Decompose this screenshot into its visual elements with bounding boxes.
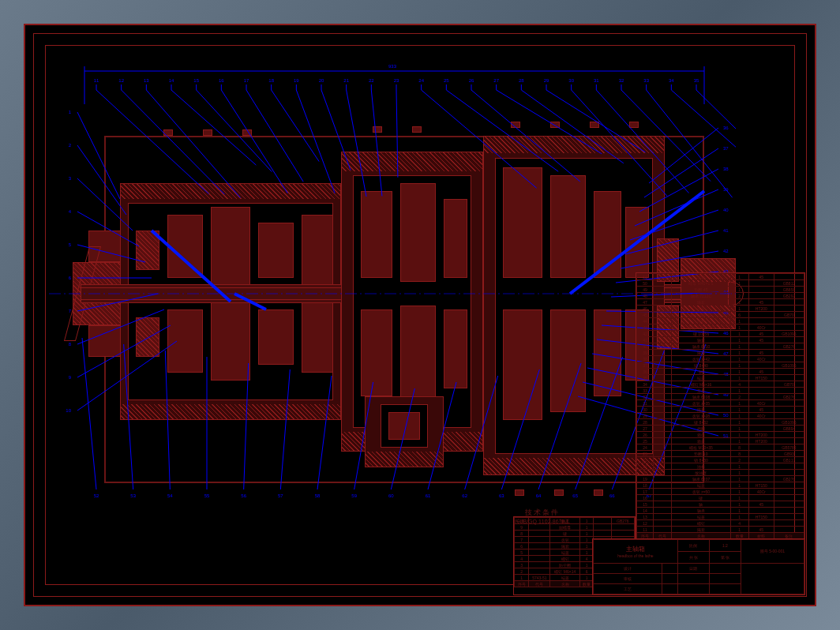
svg-text:52: 52 (94, 493, 99, 498)
svg-text:29: 29 (544, 78, 549, 83)
svg-line-20 (197, 90, 272, 172)
svg-line-137 (124, 344, 133, 489)
svg-text:64: 64 (536, 493, 542, 498)
svg-text:24: 24 (418, 78, 424, 83)
svg-line-97 (77, 309, 164, 344)
svg-text:32: 32 (619, 78, 624, 83)
svg-text:55: 55 (204, 493, 210, 498)
svg-text:9: 9 (69, 375, 72, 380)
svg-line-47 (422, 90, 537, 188)
svg-line-80 (696, 90, 736, 168)
svg-line-4 (152, 231, 231, 302)
svg-line-149 (354, 382, 373, 489)
cad-drawing-frame: 933 111213141516171819202122232425262728… (24, 24, 816, 606)
svg-line-32 (296, 90, 335, 193)
svg-text:38: 38 (723, 167, 729, 171)
svg-text:28: 28 (519, 78, 524, 83)
svg-text:7: 7 (69, 309, 72, 313)
svg-line-157 (501, 369, 539, 489)
annotation-overlay: 933 111213141516171819202122232425262728… (49, 57, 736, 499)
svg-text:933: 933 (388, 64, 397, 69)
svg-line-35 (321, 90, 351, 171)
svg-text:33: 33 (643, 78, 649, 83)
svg-line-139 (165, 351, 170, 489)
svg-text:22: 22 (369, 78, 374, 83)
svg-line-159 (538, 363, 581, 489)
svg-line-147 (317, 376, 332, 489)
svg-line-135 (82, 338, 96, 489)
svg-text:66: 66 (609, 493, 615, 498)
svg-line-87 (77, 178, 133, 231)
svg-text:15: 15 (193, 78, 199, 83)
svg-line-83 (77, 112, 120, 199)
assembly-cross-section: 933 111213141516171819202122232425262728… (73, 88, 712, 515)
svg-text:60: 60 (388, 493, 394, 498)
svg-text:11: 11 (94, 78, 99, 83)
svg-text:58: 58 (315, 493, 321, 498)
svg-text:37: 37 (723, 146, 729, 151)
svg-text:10: 10 (66, 408, 71, 413)
svg-text:3: 3 (69, 176, 72, 181)
svg-text:6: 6 (69, 276, 72, 280)
svg-line-155 (465, 376, 498, 489)
svg-text:26: 26 (469, 78, 474, 83)
svg-text:63: 63 (499, 493, 504, 498)
svg-line-151 (391, 388, 414, 489)
svg-line-115 (621, 251, 718, 268)
svg-text:34: 34 (669, 78, 674, 83)
svg-text:57: 57 (278, 493, 283, 498)
svg-line-44 (396, 90, 398, 178)
svg-text:8: 8 (69, 342, 72, 347)
svg-text:20: 20 (319, 78, 324, 83)
svg-text:1: 1 (69, 110, 72, 114)
svg-text:65: 65 (572, 493, 578, 498)
svg-text:36: 36 (723, 126, 729, 130)
svg-line-153 (428, 382, 456, 489)
svg-text:62: 62 (462, 493, 467, 498)
svg-line-53 (471, 90, 580, 182)
svg-text:61: 61 (426, 493, 431, 498)
svg-line-14 (146, 90, 240, 197)
svg-text:41: 41 (723, 228, 729, 233)
svg-text:21: 21 (343, 78, 349, 83)
svg-line-11 (122, 90, 225, 194)
svg-text:35: 35 (694, 78, 699, 83)
svg-text:39: 39 (723, 187, 729, 192)
svg-text:18: 18 (268, 78, 274, 83)
svg-text:2: 2 (69, 143, 72, 148)
svg-line-107 (639, 169, 718, 212)
svg-line-145 (280, 369, 290, 489)
svg-text:5: 5 (69, 242, 72, 247)
svg-line-41 (371, 90, 382, 196)
svg-line-143 (244, 363, 249, 489)
svg-line-38 (347, 90, 366, 197)
svg-text:12: 12 (118, 78, 124, 83)
svg-text:4: 4 (69, 209, 72, 214)
svg-line-59 (521, 90, 624, 163)
svg-text:17: 17 (244, 78, 249, 83)
svg-text:27: 27 (493, 78, 499, 83)
svg-text:23: 23 (394, 78, 399, 83)
svg-line-89 (77, 212, 139, 246)
svg-text:53: 53 (130, 493, 136, 498)
svg-text:40: 40 (723, 208, 729, 212)
svg-text:16: 16 (219, 78, 224, 83)
svg-line-23 (221, 90, 287, 193)
title-block: 主轴箱 headbox of the lathe 比例1:2图号 5-00-00… (592, 538, 805, 595)
svg-text:59: 59 (351, 493, 357, 498)
svg-line-56 (497, 90, 602, 154)
svg-text:30: 30 (568, 78, 574, 83)
svg-line-26 (246, 90, 303, 182)
svg-line-95 (77, 294, 158, 311)
svg-line-91 (77, 245, 145, 262)
svg-text:13: 13 (144, 78, 149, 83)
svg-text:31: 31 (594, 78, 599, 83)
bom-table-right: 51主轴14550螺母 M45×1.51GB81249垫圈 451GB85848… (636, 272, 805, 540)
svg-text:25: 25 (444, 78, 449, 83)
svg-text:42: 42 (723, 249, 729, 253)
svg-text:54: 54 (167, 493, 173, 498)
svg-text:19: 19 (294, 78, 299, 83)
svg-text:56: 56 (241, 493, 246, 498)
svg-line-85 (77, 145, 126, 215)
svg-line-5 (234, 294, 266, 309)
